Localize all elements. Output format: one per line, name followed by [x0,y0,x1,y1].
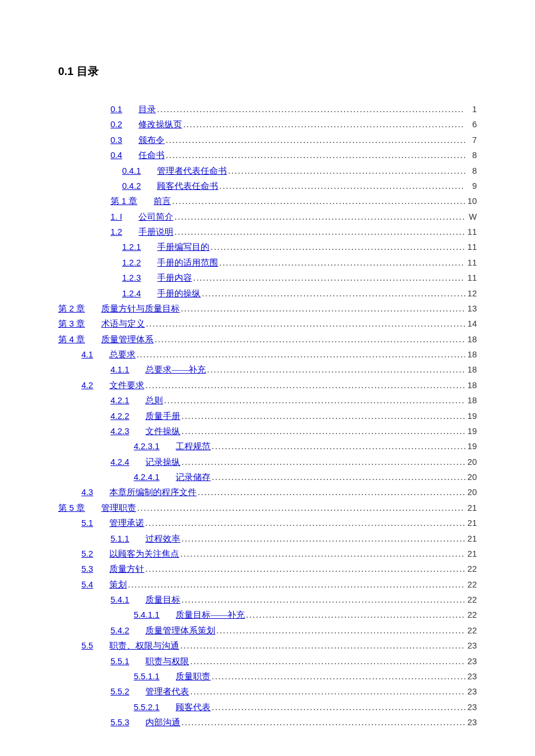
toc-entry-label[interactable]: 颁布令 [138,133,165,148]
toc-entry-label[interactable]: 手册的操纵 [157,286,201,301]
toc-entry-number[interactable]: 5.3 [81,562,93,576]
toc-entry-number[interactable]: 4.2.2 [110,409,129,424]
toc-entry-label[interactable]: 内部沟通 [145,715,180,730]
toc-entry-label[interactable]: 目录 [138,102,156,117]
toc-entry-number[interactable]: 5.5.3 [110,715,129,730]
toc-entry-number[interactable]: 5.5.1 [110,654,129,669]
toc-leader-dots [189,685,465,699]
toc-entry-label[interactable]: 管理承诺 [109,516,144,531]
toc-entry-number[interactable]: 4.2.3 [110,424,129,439]
toc-entry-label[interactable]: 职责与权限 [145,654,189,669]
toc-leader-dots [136,501,465,515]
toc-entry-number[interactable]: 5.4.2 [110,624,129,638]
toc-entry-number[interactable]: 0.1 [110,102,122,117]
toc-entry-label[interactable]: 顾客代表任命书 [157,179,218,194]
toc-entry-number[interactable]: 5.4.1.1 [134,608,159,622]
toc-entry-number[interactable]: 5.4.1 [110,593,129,607]
toc-entry-number[interactable]: 0.4.2 [122,179,141,194]
toc-entry-label[interactable]: 记录操纵 [145,455,180,470]
toc-entry-label[interactable]: 质量手册 [145,409,180,424]
toc-leader-dots [211,439,465,454]
toc-entry-number[interactable]: 4.1 [81,347,93,362]
toc-row: 1.2.4手册的操纵12 [58,286,477,301]
toc-entry-label[interactable]: 质量目标 [145,593,180,607]
toc-row: 0.3颁布令7 [58,133,477,148]
toc-entry-number[interactable]: 5.5.1.1 [134,669,159,684]
toc-entry-label[interactable]: 策划 [109,578,127,592]
toc-entry-number[interactable]: 5.5.2 [110,685,129,699]
toc-entry-number[interactable]: 5.1.1 [110,532,129,546]
toc-entry-label[interactable]: 顾客代表 [176,700,211,715]
toc-row: 4.2.2质量手册19 [58,409,477,424]
toc-entry-label[interactable]: 总要求 [109,347,135,362]
toc-entry-label[interactable]: 前言 [154,194,171,209]
toc-entry-number[interactable]: 第 4 章 [58,332,85,347]
toc-entry-number[interactable]: 5.2 [81,547,93,561]
toc-entry-number[interactable]: 4.3 [81,485,93,500]
toc-entry-number[interactable]: 1.2.4 [122,286,141,301]
toc-page-number: 21 [465,547,477,561]
toc-entry-label[interactable]: 职责、权限与沟通 [109,639,179,653]
toc-row: 0.4任命书8 [58,148,477,163]
toc-entry-number[interactable]: 5.1 [81,516,93,531]
toc-entry-label[interactable]: 文件操纵 [145,424,180,439]
toc-entry-label[interactable]: 公司简介 [138,210,173,224]
toc-entry-number[interactable]: 5.4 [81,578,93,592]
toc-page-number: 7 [465,133,477,148]
toc-page-number: 23 [465,700,477,715]
toc-entry-label[interactable]: 本章所编制的程序文件 [109,485,197,500]
toc-entry-number[interactable]: 4.2.4 [110,455,129,470]
toc-entry-number[interactable]: 0.4 [110,148,122,163]
toc-entry-label[interactable]: 质量管理体系策划 [145,624,215,638]
toc-entry-label[interactable]: 过程效率 [145,532,180,546]
toc-entry-label[interactable]: 质量目标——补充 [176,608,245,622]
toc-entry-label[interactable]: 质量职责 [176,669,211,684]
toc-entry-label[interactable]: 质量方针与质量目标 [101,302,180,316]
toc-entry-label[interactable]: 总要求——补充 [145,363,206,377]
toc-entry-label[interactable]: 记录储存 [176,470,211,485]
toc-entry-label[interactable]: 总则 [145,393,163,408]
toc-entry-label[interactable]: 管理者代表 [145,685,189,699]
toc-entry-label[interactable]: 管理职责 [101,501,136,515]
toc-entry-number[interactable]: 第 3 章 [58,317,85,331]
toc-entry-number[interactable]: 第 2 章 [58,302,85,316]
toc-entry-label[interactable]: 以顾客为关注焦点 [109,547,179,561]
toc-entry-label[interactable]: 手册内容 [157,271,192,285]
toc-entry-label[interactable]: 手册编写目的 [157,240,209,255]
toc-entry-label[interactable]: 手册说明 [138,225,173,239]
toc-entry-label[interactable]: 修改操纵页 [138,117,182,132]
toc-entry-label[interactable]: 手册的适用范围 [157,256,218,270]
toc-entry-label[interactable]: 管理者代表任命书 [157,164,227,178]
toc-row: 第 1 章前言10 [58,194,477,209]
toc-page-number: 22 [465,562,477,576]
toc-entry-number[interactable]: 0.3 [110,133,122,148]
toc-entry-label[interactable]: 任命书 [138,148,165,163]
toc-entry-number[interactable]: 0.4.1 [122,164,141,178]
toc-entry-number[interactable]: 4.2.4.1 [134,470,159,485]
toc-entry-number[interactable]: 4.2.3.1 [134,439,159,454]
toc-entry-number[interactable]: 5.5.2.1 [134,700,159,715]
toc-entry-label[interactable]: 文件要求 [109,378,144,393]
toc-entry-number[interactable]: 1.2 [110,225,122,239]
toc-entry-number[interactable]: 4.1.1 [110,363,129,377]
toc-entry-number[interactable]: 5.5 [81,639,93,653]
toc-leader-dots [180,302,465,316]
toc-entry-number[interactable]: 4.2.1 [110,393,129,408]
toc-entry-label[interactable]: 工程规范 [176,439,211,454]
toc-entry-label[interactable]: 质量方针 [109,562,144,576]
table-of-contents: 0.1目录10.2修改操纵页60.3颁布令70.4任命书80.4.1管理者代表任… [58,102,477,730]
toc-entry-number[interactable]: 1.2.1 [122,240,141,255]
toc-entry-number[interactable]: 第 1 章 [110,194,137,209]
toc-entry-number[interactable]: 1.2.2 [122,256,141,270]
toc-page-number: 22 [465,624,477,638]
toc-entry-label[interactable]: 质量管理体系 [101,332,154,347]
toc-page-number: 23 [465,669,477,684]
toc-entry-number[interactable]: 1.2.3 [122,271,141,285]
toc-entry-label[interactable]: 术语与定义 [101,317,145,331]
toc-entry-number[interactable]: 1. I [110,210,122,224]
toc-entry-number[interactable]: 0.2 [110,117,122,132]
toc-page-number: 21 [465,532,477,546]
toc-leader-dots [173,225,465,239]
toc-entry-number[interactable]: 第 5 章 [58,501,85,515]
toc-entry-number[interactable]: 4.2 [81,378,93,393]
